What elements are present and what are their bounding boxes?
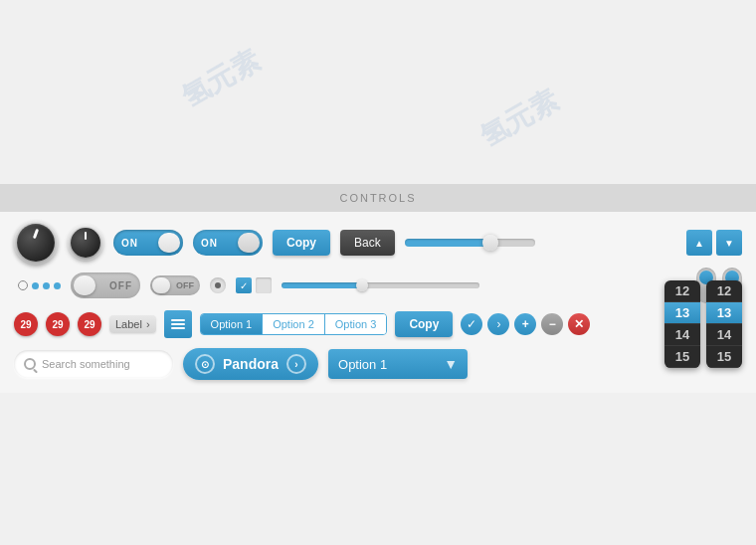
row2: OFF OFF ✓	[14, 270, 742, 301]
label-chevron: ›	[146, 318, 150, 330]
arrow-down-button[interactable]: ▼	[716, 230, 742, 256]
badge-3: 29	[78, 312, 101, 336]
action-close-icon[interactable]: ✕	[568, 313, 590, 335]
dot-group	[18, 280, 61, 290]
toggle-on-1-label: ON	[121, 238, 138, 249]
dot-blue-1[interactable]	[32, 282, 39, 289]
arrow-up-button[interactable]: ▲	[686, 230, 712, 256]
drum-1-cell-2-active: 13	[664, 302, 700, 324]
row3: 29 29 29 Label › Option 1 Option 2 Optio…	[14, 309, 742, 339]
toggle-off-2[interactable]: OFF	[150, 275, 200, 295]
pandora-label: Pandora	[223, 356, 279, 372]
row1: ON ON Copy Back ▲ ▼	[14, 224, 742, 262]
badge-1: 29	[14, 312, 38, 336]
dropdown-arrow-icon: ▼	[444, 356, 458, 372]
list-button[interactable]	[164, 310, 192, 338]
toggle-off-1[interactable]: OFF	[71, 272, 140, 298]
copy-button-2[interactable]: Copy	[395, 311, 453, 337]
label-text: Label	[115, 318, 142, 330]
pandora-button[interactable]: ⊙ Pandora ›	[183, 348, 318, 380]
dot-blue-2[interactable]	[43, 282, 50, 289]
toggle-off-2-label: OFF	[176, 280, 194, 290]
back-button[interactable]: Back	[340, 230, 395, 256]
drum-2-cell-2-active: 13	[706, 302, 742, 324]
checkbox-empty[interactable]	[256, 277, 272, 293]
knob-small[interactable]	[68, 225, 103, 261]
toggle-off-1-label: OFF	[109, 280, 132, 291]
dropdown-value: Option 1	[338, 357, 387, 372]
radio-button[interactable]	[210, 277, 226, 293]
radio-group	[210, 277, 226, 293]
slider-2-thumb	[356, 279, 368, 291]
dot-blue-3[interactable]	[54, 282, 61, 289]
drum-2-cell-3: 14	[706, 324, 742, 346]
dot-search	[18, 280, 28, 290]
watermark-1: 氢元素	[175, 42, 267, 116]
option-tabs: Option 1 Option 2 Option 3	[200, 313, 388, 335]
row4: Search something ⊙ Pandora › Option 1 ▼	[14, 347, 742, 381]
knob-large-inner	[17, 224, 55, 262]
drum-2-cell-1: 12	[706, 280, 742, 302]
section-header: CONTROLS	[0, 184, 756, 212]
checkbox-checked[interactable]: ✓	[236, 277, 252, 293]
top-area: 氢元素 氢元素	[0, 0, 756, 184]
list-line-1	[171, 319, 185, 321]
action-minus-icon[interactable]: −	[541, 313, 563, 335]
toggle-off-1-thumb	[74, 275, 95, 295]
toggle-on-1[interactable]: ON	[113, 230, 183, 256]
knob-small-inner	[71, 228, 100, 258]
pandora-icon: ⊙	[195, 354, 215, 374]
list-line-3	[171, 327, 185, 329]
search-placeholder: Search something	[42, 358, 130, 370]
list-line-2	[171, 323, 185, 325]
checkbox-group: ✓	[236, 277, 272, 293]
drum-1-cell-3: 14	[664, 324, 700, 346]
action-check-icon[interactable]: ✓	[461, 313, 482, 335]
dropdown-select[interactable]: Option 1 ▼	[328, 349, 468, 379]
label-button[interactable]: Label ›	[109, 315, 156, 333]
toggle-on-1-thumb	[158, 233, 180, 253]
option-tab-2[interactable]: Option 2	[263, 314, 325, 334]
icon-actions: ✓ › + − ✕	[461, 313, 590, 335]
slider-2[interactable]	[282, 282, 479, 288]
search-box[interactable]: Search something	[14, 350, 173, 378]
toggle-on-2-thumb	[238, 233, 260, 253]
search-icon	[24, 358, 36, 370]
toggle-on-2-label: ON	[201, 238, 218, 249]
knob-large[interactable]	[14, 221, 58, 265]
section-title: CONTROLS	[339, 192, 416, 204]
pandora-arrow-icon: ›	[286, 354, 306, 374]
badge-2: 29	[46, 312, 70, 336]
option-tab-1[interactable]: Option 1	[201, 314, 264, 334]
slider-1-thumb	[482, 235, 498, 251]
drum-1-cell-1: 12	[664, 280, 700, 302]
radio-dot	[215, 282, 221, 288]
toggle-on-2[interactable]: ON	[193, 230, 263, 256]
controls-area: ON ON Copy Back ▲ ▼	[0, 212, 756, 393]
arrow-group: ▲ ▼	[686, 230, 742, 256]
action-right-icon[interactable]: ›	[487, 313, 509, 335]
slider-1[interactable]	[405, 239, 536, 247]
action-plus-icon[interactable]: +	[514, 313, 536, 335]
option-tab-3[interactable]: Option 3	[325, 314, 387, 334]
toggle-off-2-thumb	[152, 277, 170, 293]
watermark-2: 氢元素	[473, 82, 565, 156]
copy-button-1[interactable]: Copy	[273, 230, 330, 256]
